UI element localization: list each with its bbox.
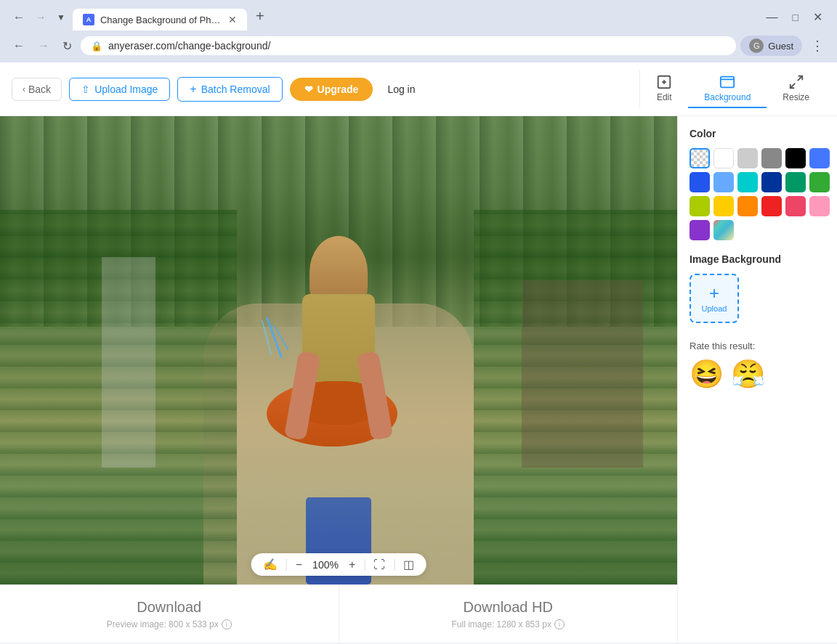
swatch-purple[interactable]: [690, 220, 710, 240]
swatch-cyan[interactable]: [737, 172, 758, 192]
svg-line-2: [797, 76, 801, 81]
browser-tab-active[interactable]: A Change Background of Phot… ✕: [73, 9, 247, 30]
download-hd-label: Download HD: [464, 599, 553, 616]
tab-title: Change Background of Phot…: [100, 15, 222, 25]
swatch-black[interactable]: [785, 148, 806, 168]
tab-resize[interactable]: Resize: [767, 70, 825, 108]
swatch-gradient[interactable]: [713, 220, 734, 240]
plus-icon: +: [190, 83, 196, 96]
download-hd-info: Full image: 1280 x 853 px: [452, 619, 551, 629]
new-tab-btn[interactable]: +: [250, 6, 270, 30]
download-standard-info: Preview image: 800 x 533 px: [107, 619, 219, 629]
image-bg-title: Image Background: [690, 253, 825, 265]
background-icon: [719, 74, 735, 90]
canvas-area: ✍ − 100% + ⛶ ◫ Download Preview image: 8…: [0, 116, 677, 643]
resize-icon: [788, 74, 804, 90]
upgrade-button[interactable]: ❤ Upgrade: [290, 78, 373, 101]
main-content: ✍ − 100% + ⛶ ◫ Download Preview image: 8…: [0, 116, 837, 643]
upload-image-button[interactable]: ⇧ Upload Image: [69, 78, 170, 101]
image-container[interactable]: ✍ − 100% + ⛶ ◫: [0, 116, 677, 584]
zoom-level: 100%: [311, 559, 340, 571]
upload-label: Upload Image: [94, 83, 158, 95]
login-label: Log in: [387, 83, 415, 95]
swatch-blue-bright[interactable]: [809, 148, 830, 168]
nav-refresh-btn[interactable]: ↻: [58, 36, 76, 56]
swatch-green[interactable]: [809, 172, 830, 192]
upload-bg-box[interactable]: + Upload: [690, 274, 739, 323]
svg-rect-1: [721, 77, 734, 88]
emoji-happy-btn[interactable]: 😆: [690, 360, 724, 388]
history-forward-btn[interactable]: →: [31, 9, 51, 26]
color-section: Color: [690, 128, 825, 240]
profile-avatar: G: [749, 38, 764, 53]
rating-title: Rate this result:: [690, 341, 825, 351]
address-input[interactable]: [108, 40, 726, 52]
edit-icon: [656, 74, 672, 90]
emoji-row: 😆 😤: [690, 360, 825, 388]
upload-bg-label: Upload: [702, 304, 727, 313]
nav-back-btn[interactable]: ←: [9, 36, 29, 55]
back-button[interactable]: ‹ Back: [12, 78, 62, 101]
browser-chrome: ← → ▼ A Change Background of Phot… ✕ + —…: [0, 0, 837, 62]
split-view-btn[interactable]: ◫: [403, 558, 414, 571]
swatch-pink[interactable]: [809, 196, 830, 216]
batch-removal-button[interactable]: + Batch Removal: [177, 77, 282, 102]
swatch-red[interactable]: [761, 196, 782, 216]
download-standard-label: Download: [137, 599, 201, 616]
swatch-dark-blue[interactable]: [761, 172, 782, 192]
tab-edit[interactable]: Edit: [640, 70, 688, 108]
photo-scene: [0, 116, 677, 584]
svg-line-3: [790, 83, 794, 88]
minimize-btn[interactable]: —: [761, 9, 784, 26]
emoji-angry-btn[interactable]: 😤: [731, 360, 765, 388]
recent-tabs-btn[interactable]: ▼: [52, 10, 70, 25]
tool-tabs: Edit Background Resize: [639, 70, 825, 108]
fullscreen-btn[interactable]: ⛶: [373, 558, 385, 571]
color-grid: [690, 148, 825, 240]
side-panel: Color: [677, 116, 837, 643]
swatch-orange[interactable]: [737, 196, 758, 216]
close-btn[interactable]: ✕: [807, 8, 828, 26]
swatch-white[interactable]: [713, 148, 734, 168]
swatch-transparent[interactable]: [690, 148, 710, 168]
app: ‹ Back ⇧ Upload Image + Batch Removal ❤ …: [0, 62, 837, 643]
download-area: Download Preview image: 800 x 533 px i D…: [0, 584, 677, 643]
swatch-blue[interactable]: [690, 172, 710, 192]
download-standard-option[interactable]: Download Preview image: 800 x 533 px i: [0, 585, 339, 643]
swatch-pink-red[interactable]: [785, 196, 806, 216]
hd-info-icon: i: [554, 619, 565, 629]
tab-close-icon[interactable]: ✕: [228, 14, 237, 25]
pan-tool-btn[interactable]: ✍: [263, 558, 278, 571]
login-button[interactable]: Log in: [380, 78, 422, 100]
batch-label: Batch Removal: [201, 83, 270, 95]
swatch-yellow[interactable]: [713, 196, 734, 216]
swatch-light-blue[interactable]: [713, 172, 734, 192]
divider2: [364, 559, 365, 571]
zoom-out-btn[interactable]: −: [296, 558, 302, 571]
upload-plus-icon: +: [709, 285, 719, 302]
heart-icon: ❤: [304, 83, 313, 95]
swatch-gray[interactable]: [761, 148, 782, 168]
divider3: [394, 559, 395, 571]
rating-section: Rate this result: 😆 😤: [690, 341, 825, 388]
color-section-title: Color: [690, 128, 825, 139]
swatch-lime[interactable]: [690, 196, 710, 216]
person-figure: [259, 207, 418, 584]
more-options-btn[interactable]: ⋮: [806, 35, 828, 57]
tab-favicon: A: [83, 14, 94, 25]
profile-btn[interactable]: G Guest: [740, 36, 802, 56]
download-hd-option[interactable]: Download HD Full image: 1280 x 853 px i: [339, 585, 678, 643]
zoom-in-btn[interactable]: +: [349, 558, 355, 571]
nav-forward-btn[interactable]: →: [33, 36, 54, 55]
swatch-teal[interactable]: [785, 172, 806, 192]
history-back-btn[interactable]: ←: [9, 9, 29, 26]
maximize-btn[interactable]: □: [787, 9, 804, 25]
image-bg-section: Image Background + Upload: [690, 253, 825, 323]
tab-background[interactable]: Background: [688, 70, 767, 108]
back-label: Back: [28, 83, 51, 95]
swatch-light-gray[interactable]: [737, 148, 758, 168]
address-bar[interactable]: 🔒: [81, 36, 736, 55]
upgrade-label: Upgrade: [318, 83, 359, 95]
toolbar: ‹ Back ⇧ Upload Image + Batch Removal ❤ …: [0, 62, 837, 116]
zoom-controls: ✍ − 100% + ⛶ ◫: [251, 553, 426, 576]
